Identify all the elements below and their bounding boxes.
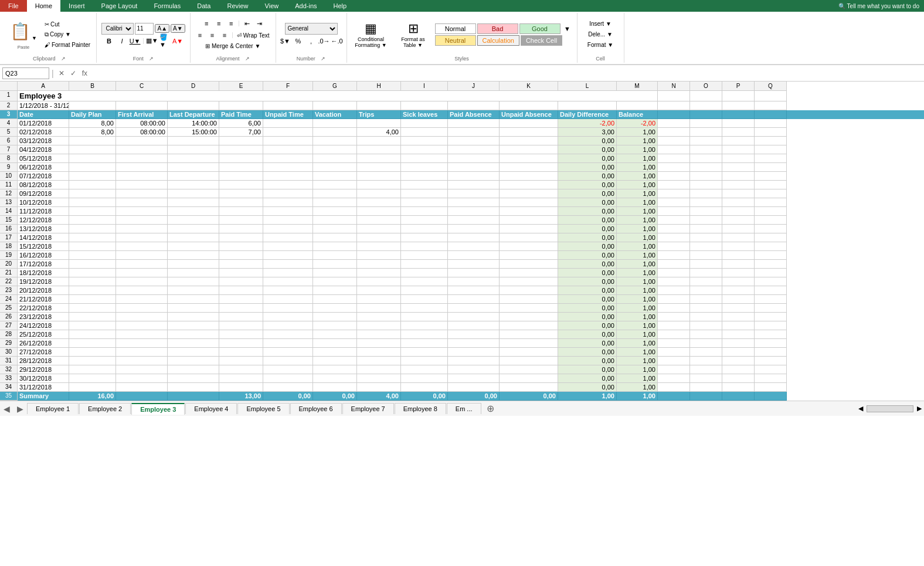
cell-l28[interactable]: 0,00 [558, 330, 617, 339]
comma-button[interactable]: , [305, 36, 317, 46]
cell-e14[interactable] [219, 207, 263, 216]
cell-n15[interactable] [658, 216, 690, 225]
cell-a2[interactable]: 1/12/2018 - 31/12/2018 [18, 101, 69, 110]
cell-m8[interactable]: 1,00 [617, 154, 658, 163]
cell-l19[interactable]: 0,00 [558, 251, 617, 260]
cell-d28[interactable] [168, 330, 219, 339]
col-header-f[interactable]: F [263, 82, 313, 91]
cell-d29[interactable] [168, 339, 219, 348]
align-center[interactable]: ≡ [206, 30, 218, 40]
cell-p8[interactable] [722, 154, 755, 163]
col-header-c[interactable]: C [116, 82, 168, 91]
cell-a4[interactable]: 01/12/2018 [18, 119, 69, 128]
cell-f31[interactable] [263, 357, 313, 365]
add-sheet-button[interactable]: ⊕ [482, 401, 499, 416]
cell-c10[interactable] [116, 172, 168, 181]
cell-e13[interactable] [219, 198, 263, 207]
cell-i12[interactable] [401, 189, 448, 198]
cell-c28[interactable] [116, 330, 168, 339]
confirm-formula-icon[interactable]: ✓ [68, 68, 79, 79]
style-bad[interactable]: Bad [477, 23, 518, 34]
cell-l17[interactable]: 0,00 [558, 233, 617, 242]
col-header-o[interactable]: O [690, 82, 722, 91]
cell-h27[interactable] [357, 321, 401, 330]
tab-employee-6[interactable]: Employee 6 [290, 403, 342, 414]
cell-k1[interactable] [500, 91, 558, 101]
cell-q23[interactable] [755, 286, 787, 295]
cell-d4[interactable]: 14:00:00 [168, 119, 219, 128]
cell-p35[interactable] [722, 392, 755, 401]
cell-p15[interactable] [722, 216, 755, 225]
cell-c6[interactable] [116, 137, 168, 145]
cell-o33[interactable] [690, 374, 722, 383]
cell-n28[interactable] [658, 330, 690, 339]
cell-h21[interactable] [357, 269, 401, 277]
cell-b34[interactable] [69, 383, 116, 392]
cell-i21[interactable] [401, 269, 448, 277]
number-format-select[interactable]: General [285, 23, 338, 35]
cell-o7[interactable] [690, 145, 722, 154]
cell-o24[interactable] [690, 295, 722, 304]
cell-f4[interactable] [263, 119, 313, 128]
cell-b21[interactable] [69, 269, 116, 277]
cell-n26[interactable] [658, 313, 690, 321]
cell-f3[interactable]: Unpaid Time [263, 110, 313, 119]
cell-f34[interactable] [263, 383, 313, 392]
cell-l3[interactable]: Daily Difference [558, 110, 617, 119]
style-neutral[interactable]: Neutral [435, 35, 476, 46]
cell-d24[interactable] [168, 295, 219, 304]
cell-e23[interactable] [219, 286, 263, 295]
cell-c16[interactable] [116, 225, 168, 233]
cell-g12[interactable] [313, 189, 357, 198]
cell-h26[interactable] [357, 313, 401, 321]
cell-n8[interactable] [658, 154, 690, 163]
tell-me-input[interactable]: 🔍 Tell me what you want to do [838, 3, 919, 9]
cell-e1[interactable] [219, 91, 263, 101]
cell-g25[interactable] [313, 304, 357, 313]
tab-employee-7[interactable]: Employee 7 [342, 403, 394, 414]
cell-a3[interactable]: Date [18, 110, 69, 119]
cell-o31[interactable] [690, 357, 722, 365]
cell-b12[interactable] [69, 189, 116, 198]
italic-button[interactable]: I [116, 36, 128, 46]
cell-j10[interactable] [448, 172, 500, 181]
cell-g30[interactable] [313, 348, 357, 357]
cell-q33[interactable] [755, 374, 787, 383]
cell-q11[interactable] [755, 181, 787, 189]
col-header-a[interactable]: A [18, 82, 69, 91]
cell-q20[interactable] [755, 260, 787, 269]
cell-h29[interactable] [357, 339, 401, 348]
cell-g9[interactable] [313, 163, 357, 172]
cell-n1[interactable] [658, 91, 690, 101]
cell-f9[interactable] [263, 163, 313, 172]
cell-q21[interactable] [755, 269, 787, 277]
cell-h19[interactable] [357, 251, 401, 260]
cell-b31[interactable] [69, 357, 116, 365]
cell-c2[interactable] [116, 101, 168, 110]
cell-f20[interactable] [263, 260, 313, 269]
cell-m33[interactable]: 1,00 [617, 374, 658, 383]
cell-b17[interactable] [69, 233, 116, 242]
cell-l13[interactable]: 0,00 [558, 198, 617, 207]
cell-l30[interactable]: 0,00 [558, 348, 617, 357]
cell-l6[interactable]: 0,00 [558, 137, 617, 145]
cell-p25[interactable] [722, 304, 755, 313]
cell-n16[interactable] [658, 225, 690, 233]
cell-m23[interactable]: 1,00 [617, 286, 658, 295]
cell-g24[interactable] [313, 295, 357, 304]
cell-k21[interactable] [500, 269, 558, 277]
cell-k27[interactable] [500, 321, 558, 330]
cell-j16[interactable] [448, 225, 500, 233]
cell-n12[interactable] [658, 189, 690, 198]
cell-j20[interactable] [448, 260, 500, 269]
cell-c33[interactable] [116, 374, 168, 383]
cell-i33[interactable] [401, 374, 448, 383]
cell-c25[interactable] [116, 304, 168, 313]
cell-m24[interactable]: 1,00 [617, 295, 658, 304]
cell-f2[interactable] [263, 101, 313, 110]
cell-o32[interactable] [690, 365, 722, 374]
cell-i34[interactable] [401, 383, 448, 392]
cell-a15[interactable]: 12/12/2018 [18, 216, 69, 225]
cell-h34[interactable] [357, 383, 401, 392]
cell-j14[interactable] [448, 207, 500, 216]
